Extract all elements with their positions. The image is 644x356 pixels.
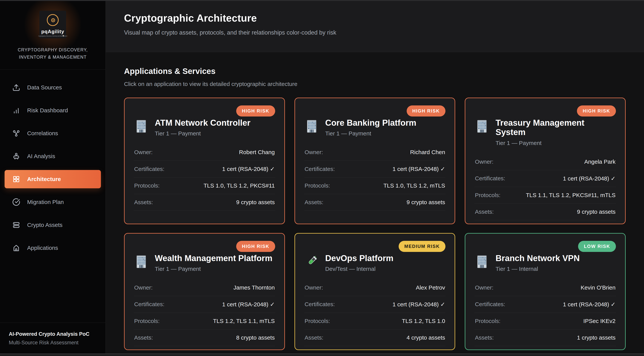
detail-label: Owner: [304,149,323,155]
application-card[interactable]: HIGH RISK ATM Network Controller Tier 1 … [124,98,285,224]
application-details: Owner:Alex PetrovCertificates:1 cert (RS… [304,279,446,346]
server-icon [12,221,20,229]
detail-row: Assets:9 crypto assets [304,194,446,211]
detail-row: Protocols:TLS 1.1, TLS 1.2, PKCS#11, mTL… [474,187,616,204]
detail-label: Protocols: [475,318,500,324]
bar-chart-icon [12,106,20,114]
detail-row: Protocols:TLS 1.0, TLS 1.2, mTLS [304,177,446,194]
application-card[interactable]: HIGH RISK Wealth Management Platform Tie… [124,233,285,350]
detail-label: Owner: [304,284,323,291]
detail-value: Richard Chen [410,149,445,155]
detail-value: 8 crypto assets [236,335,275,341]
detail-value: 9 crypto assets [407,199,445,206]
sidebar-item-ai-analysis[interactable]: AI Analysis [4,147,101,165]
detail-row: Protocols:TLS 1.2, TLS 1.1, mTLS [134,313,275,330]
brand-name: pqAgility [41,29,64,34]
test-tube-emoji-icon [304,254,319,269]
building-emoji-icon [474,254,490,269]
detail-row: Assets:4 crypto assets [304,330,446,346]
risk-badge: HIGH RISK [407,105,446,116]
detail-row: Owner:James Thornton [134,279,275,296]
building-emoji-icon [134,119,149,134]
sidebar-item-crypto-assets[interactable]: Crypto Assets [4,216,101,234]
grid-icon [12,175,20,183]
application-card[interactable]: MEDIUM RISK DevOps Platform Dev/Test — I… [294,233,456,350]
detail-row: Certificates:1 cert (RSA-2048) ✓ [474,296,616,313]
application-title: DevOps Platform [325,253,394,263]
page-title: Cryptographic Architecture [124,12,626,24]
network-icon [12,129,20,137]
detail-label: Assets: [475,335,494,341]
application-title: Branch Network VPN [496,253,580,263]
sidebar-nav: Data Sources Risk Dashboard Correlations… [0,69,106,323]
application-tier: Tier 1 — Internal [496,266,580,272]
detail-value: Kevin O'Brien [581,284,616,291]
application-details: Owner:Kevin O'BrienCertificates:1 cert (… [474,279,616,346]
building-emoji-icon [474,119,490,134]
sidebar-item-label: AI Analysis [27,153,55,159]
sidebar-item-applications[interactable]: Applications [4,239,101,257]
sidebar-item-label: Data Sources [27,84,62,91]
detail-row: Certificates:1 cert (RSA-2048) ✓ [134,161,275,177]
footer-title: AI-Powered Crypto Analysis PoC [9,331,97,337]
application-card[interactable]: LOW RISK Branch Network VPN Tier 1 — Int… [465,233,626,350]
detail-label: Protocols: [134,182,160,189]
sidebar-item-data-sources[interactable]: Data Sources [4,78,101,97]
detail-value: TLS 1.2, TLS 1.0 [402,318,445,324]
sidebar-item-label: Crypto Assets [27,222,62,228]
detail-row: Protocols:TLS 1.0, TLS 1.2, PKCS#11 [134,177,275,194]
main-area: Cryptographic Architecture Visual map of… [106,0,644,356]
detail-value: 1 cert (RSA-2048) ✓ [563,301,616,308]
section-title: Applications & Services [124,67,626,76]
sidebar-item-label: Risk Dashboard [27,107,68,114]
risk-badge: LOW RISK [578,241,616,252]
sidebar-footer: AI-Powered Crypto Analysis PoC Multi-Sou… [0,323,106,356]
application-title: Wealth Management Platform [155,253,272,263]
page-header: Cryptographic Architecture Visual map of… [106,0,644,52]
detail-value: 4 crypto assets [407,335,445,341]
detail-label: Protocols: [134,318,160,324]
detail-value: TLS 1.0, TLS 1.2, mTLS [383,182,445,189]
concentric-rings-icon [44,12,61,29]
risk-badge: MEDIUM RISK [399,241,446,252]
sidebar-item-correlations[interactable]: Correlations [4,124,101,142]
detail-value: 1 cert (RSA-2048) ✓ [563,175,616,182]
detail-row: Certificates:1 cert (RSA-2048) ✓ [134,296,275,313]
window-bottom-edge [0,354,644,356]
detail-label: Assets: [134,335,153,341]
detail-row: Owner:Kevin O'Brien [474,279,616,296]
logo: pqAgility Cryptography Discovery, Invent… [39,11,66,38]
robot-icon [12,152,20,160]
sidebar-item-risk-dashboard[interactable]: Risk Dashboard [4,101,101,120]
application-tier: Dev/Test — Internal [325,266,394,272]
detail-row: Owner:Angela Park [474,154,616,170]
detail-value: Angela Park [584,159,616,165]
app-window: pqAgility Cryptography Discovery, Invent… [0,0,644,356]
sidebar-item-migration-plan[interactable]: Migration Plan [4,193,101,211]
detail-label: Protocols: [304,182,330,189]
application-card[interactable]: HIGH RISK Core Banking Platform Tier 1 —… [294,98,456,224]
application-card[interactable]: HIGH RISK Treasury Management System Tie… [465,98,626,224]
detail-row: Certificates:1 cert (RSA-2048) ✓ [474,170,616,187]
sidebar-item-label: Correlations [27,130,58,137]
detail-label: Certificates: [134,301,164,308]
detail-label: Owner: [134,284,153,291]
application-title: ATM Network Controller [155,118,250,127]
detail-label: Assets: [475,209,494,215]
detail-value: 9 crypto assets [577,209,616,215]
footer-subtitle: Multi-Source Risk Assessment [9,340,97,346]
detail-value: TLS 1.0, TLS 1.2, PKCS#11 [204,182,274,189]
detail-row: Protocols:TLS 1.2, TLS 1.0 [304,313,446,330]
risk-badge: HIGH RISK [236,105,275,116]
detail-value: IPSec IKEv2 [584,318,616,324]
sidebar-item-architecture[interactable]: Architecture [4,170,101,188]
detail-label: Assets: [304,199,323,206]
risk-badge: HIGH RISK [577,105,616,116]
application-details: Owner:Angela ParkCertificates:1 cert (RS… [474,154,616,220]
detail-row: Owner:Alex Petrov [304,279,446,296]
detail-label: Certificates: [304,301,335,308]
detail-value: Robert Chang [239,149,275,155]
detail-row: Protocols:IPSec IKEv2 [474,313,616,330]
detail-row: Owner:Richard Chen [304,144,446,161]
application-details: Owner:Robert ChangCertificates:1 cert (R… [134,144,275,211]
